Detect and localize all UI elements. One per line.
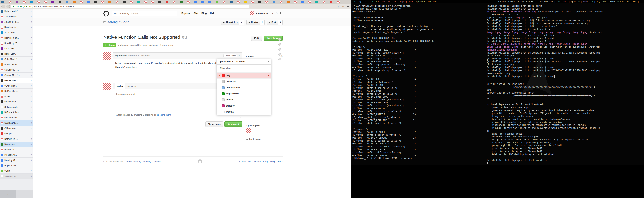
sidebar-tab[interactable]: Monday, O... [0, 158, 33, 163]
footer-link[interactable]: Shop [263, 160, 268, 163]
tab-close-icon[interactable] [30, 122, 32, 124]
tab-close-icon[interactable] [30, 138, 32, 140]
tab-close-icon[interactable] [30, 159, 32, 161]
tab-favicon[interactable] [37, 1, 40, 3]
tab-favicon[interactable] [44, 1, 47, 3]
footer-link[interactable]: About [277, 160, 283, 163]
footer-link[interactable]: Status [239, 160, 246, 163]
label-row[interactable]: question [217, 103, 271, 109]
tab-favicon[interactable] [223, 1, 226, 3]
overlay-toolbar-icon[interactable] [278, 43, 281, 46]
tab-favicon[interactable] [316, 1, 318, 3]
tab-favicon[interactable] [294, 1, 297, 3]
tab-favicon[interactable] [258, 1, 261, 3]
tab-close-icon[interactable] [30, 101, 32, 103]
sidebar-tab[interactable]: multithreadin... [0, 115, 33, 121]
tab-close-icon[interactable] [30, 175, 32, 177]
footer-link[interactable]: Contact [153, 160, 161, 163]
filter-labels-input[interactable] [219, 66, 269, 71]
home-icon[interactable]: ⌂ [341, 5, 345, 8]
header-nav-link[interactable]: Gist [194, 12, 198, 15]
footer-link[interactable]: Blog [270, 160, 275, 163]
sidebar-tab[interactable]: cOdb [0, 168, 33, 174]
tab-close-icon[interactable] [30, 116, 32, 119]
tab-favicon[interactable] [87, 1, 90, 3]
tab-close-icon[interactable] [30, 111, 32, 114]
tab-close-icon[interactable] [30, 47, 32, 50]
tab-favicon[interactable] [52, 1, 54, 3]
sidebar-tab[interactable]: Project 5 [0, 94, 33, 99]
sidebar-tab[interactable]: Github Issu... [0, 126, 33, 131]
tab-close-icon[interactable] [30, 154, 32, 156]
security-label[interactable]: GitHub, Inc. (US) [16, 5, 33, 8]
tab-favicon[interactable] [194, 1, 197, 3]
tab-favicon[interactable] [251, 1, 254, 3]
sidebar-tab[interactable]: Overheard a... [0, 121, 33, 126]
sidebar-tab[interactable]: Harry R. Sch... [0, 35, 33, 41]
label-row[interactable]: enhancement [217, 84, 271, 90]
sidebar-tab[interactable]: Learn #Ema... [0, 46, 33, 51]
tab-close-icon[interactable] [30, 15, 32, 18]
tab-favicon[interactable] [272, 1, 275, 3]
sidebar-tab[interactable]: cOvm-write... [0, 83, 33, 88]
tab-favicon[interactable] [208, 1, 211, 3]
tab-close-icon[interactable] [30, 53, 32, 55]
write-tab[interactable]: Write [114, 83, 125, 89]
tab-favicon[interactable] [94, 1, 97, 3]
sidebar-tab[interactable]: How I Start. [0, 51, 33, 57]
tab-favicon[interactable] [330, 1, 332, 3]
comment-avatar[interactable] [103, 52, 111, 60]
tab-close-icon[interactable] [30, 37, 32, 39]
label-row[interactable]: invalid [217, 96, 271, 103]
tab-favicon[interactable] [301, 1, 304, 3]
sidebar-tab[interactable]: libvirt - Arch... [0, 25, 33, 30]
tab-close-icon[interactable] [30, 106, 32, 108]
tab-favicon[interactable] [2, 1, 4, 3]
sidebar-tab[interactable]: The Mindfuln... [0, 14, 33, 20]
sidebar-tab[interactable]: ReMix: Metr... [0, 88, 33, 94]
tab-favicon[interactable] [116, 1, 118, 3]
tab-favicon[interactable] [244, 1, 247, 3]
tab-close-icon[interactable] [30, 132, 32, 135]
repo-owner-link[interactable]: aarongut [108, 20, 120, 24]
scroll-down-button[interactable]: ▾ [0, 190, 16, 198]
tab-close-icon[interactable] [30, 170, 32, 172]
search-input[interactable]: This repository search [112, 11, 177, 16]
repo-name-link[interactable]: cdb [124, 20, 129, 24]
tab-favicon[interactable] [30, 1, 33, 3]
participant-avatar[interactable] [246, 128, 251, 133]
popover-close-icon[interactable] [268, 60, 269, 63]
edit-comment-icon[interactable]: ✎ [238, 54, 240, 57]
sidebar-tab[interactable]: Format for ... [0, 147, 33, 152]
tab-favicon[interactable] [337, 1, 340, 3]
sidebar-tab[interactable]: Monday, O... [0, 152, 33, 158]
fork-button[interactable]: Fork [267, 20, 278, 25]
watch-count[interactable]: 4 [240, 20, 244, 25]
label-row[interactable]: duplicate [217, 78, 271, 84]
lock-issue[interactable]: Lock issue [246, 138, 260, 140]
tab-close-icon[interactable] [30, 63, 32, 66]
sidebar-tab[interactable]: Arch Linux: ... [0, 30, 33, 35]
sidebar-tab[interactable]: emacs-fu: au... [0, 20, 33, 25]
tab-favicon[interactable] [237, 1, 240, 3]
label-row[interactable]: bug [217, 72, 271, 78]
tab-favicon[interactable] [173, 1, 176, 3]
footer-link[interactable]: Privacy [133, 160, 141, 163]
tab-close-icon[interactable] [30, 74, 32, 76]
sidebar-tab[interactable]: c:\t\philos.... (1) [0, 67, 33, 73]
settings-gear-icon[interactable]: ⚙ [275, 12, 278, 15]
edit-button[interactable]: Edit [251, 36, 262, 41]
unwatch-button[interactable]: Unwatch [221, 20, 240, 25]
forward-button[interactable]: → [6, 5, 10, 8]
tab-close-icon[interactable] [30, 69, 32, 71]
tab-favicon[interactable] [266, 1, 268, 3]
label-row[interactable]: wontfix [217, 109, 271, 115]
github-logo[interactable] [103, 11, 109, 17]
star-count[interactable]: 1 [260, 20, 265, 25]
attach-link[interactable]: selecting them. [156, 114, 172, 116]
tab-close-icon[interactable] [30, 21, 32, 23]
sidebar-tab[interactable]: Detexify LaT... [0, 136, 33, 142]
back-button[interactable]: ← [2, 5, 5, 8]
download-icon[interactable]: ↓ [337, 5, 340, 8]
tab-favicon[interactable] [144, 1, 147, 3]
